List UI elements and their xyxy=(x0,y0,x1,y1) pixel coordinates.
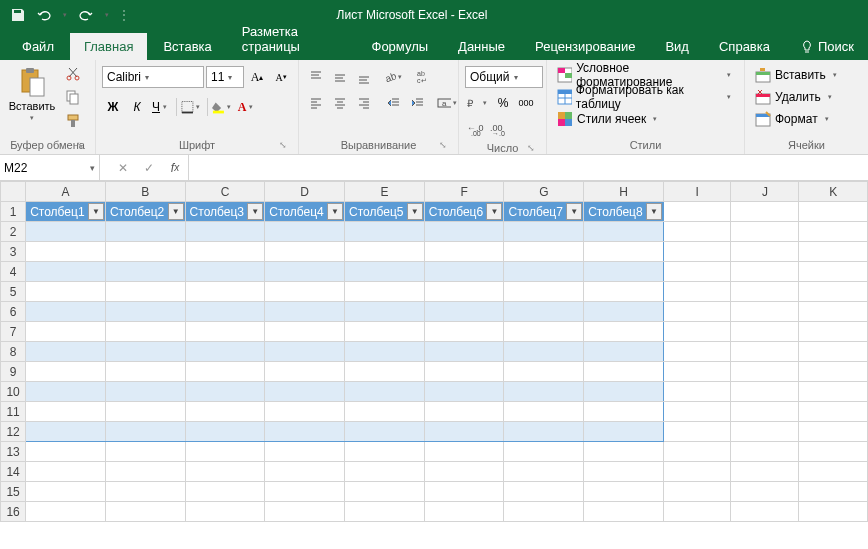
column-header[interactable]: I xyxy=(663,182,730,202)
cell[interactable] xyxy=(26,382,106,402)
cell[interactable] xyxy=(424,322,504,342)
cell[interactable] xyxy=(345,242,425,262)
border-button[interactable]: ▾ xyxy=(181,96,203,118)
cell[interactable] xyxy=(424,222,504,242)
wrap-text-button[interactable]: abc↵ xyxy=(413,66,435,88)
cell[interactable] xyxy=(345,482,425,502)
cell[interactable] xyxy=(663,342,730,362)
cell[interactable] xyxy=(105,322,185,342)
cell[interactable] xyxy=(504,282,584,302)
row-header[interactable]: 4 xyxy=(1,262,26,282)
cell[interactable] xyxy=(105,382,185,402)
decrease-font-button[interactable]: A▾ xyxy=(270,66,292,88)
cell-styles-button[interactable]: Стили ячеек▾ xyxy=(553,108,664,130)
tab-view[interactable]: Вид xyxy=(651,33,703,60)
cell[interactable] xyxy=(799,462,868,482)
qat-customize-icon[interactable]: ▾ xyxy=(102,5,112,25)
merge-center-button[interactable]: a▾ xyxy=(437,92,459,114)
decrease-indent-button[interactable] xyxy=(383,92,405,114)
cell[interactable] xyxy=(504,222,584,242)
filter-dropdown-icon[interactable]: ▼ xyxy=(566,203,582,220)
cell[interactable] xyxy=(105,282,185,302)
cell[interactable] xyxy=(663,302,730,322)
cell[interactable] xyxy=(731,382,799,402)
cell[interactable] xyxy=(185,382,265,402)
cell[interactable] xyxy=(424,462,504,482)
cell[interactable] xyxy=(105,262,185,282)
cell[interactable] xyxy=(504,502,584,522)
cell[interactable] xyxy=(504,402,584,422)
cell[interactable] xyxy=(731,242,799,262)
cell[interactable] xyxy=(504,442,584,462)
table-header-cell[interactable]: Столбец8▼ xyxy=(584,202,664,222)
column-header[interactable]: K xyxy=(799,182,868,202)
cell[interactable] xyxy=(26,462,106,482)
alignment-launcher-icon[interactable]: ⤡ xyxy=(436,138,450,152)
cell[interactable] xyxy=(105,462,185,482)
cell[interactable] xyxy=(345,322,425,342)
cell[interactable] xyxy=(345,282,425,302)
cell[interactable] xyxy=(26,222,106,242)
cell[interactable] xyxy=(26,362,106,382)
cell[interactable] xyxy=(584,242,664,262)
cell[interactable] xyxy=(265,442,345,462)
cell[interactable] xyxy=(105,502,185,522)
cell[interactable] xyxy=(185,402,265,422)
align-left-button[interactable] xyxy=(305,92,327,114)
cell[interactable] xyxy=(731,222,799,242)
row-header[interactable]: 13 xyxy=(1,442,26,462)
fill-color-button[interactable]: ▾ xyxy=(212,96,234,118)
cell[interactable] xyxy=(504,422,584,442)
cell[interactable] xyxy=(424,242,504,262)
cell[interactable] xyxy=(105,222,185,242)
cell[interactable] xyxy=(504,302,584,322)
table-header-cell[interactable]: Столбец2▼ xyxy=(105,202,185,222)
cell[interactable] xyxy=(799,222,868,242)
cell[interactable] xyxy=(26,442,106,462)
cell[interactable] xyxy=(185,482,265,502)
cell[interactable] xyxy=(345,362,425,382)
name-box-input[interactable] xyxy=(4,161,74,175)
orientation-button[interactable]: ab▾ xyxy=(383,66,405,88)
cell[interactable] xyxy=(584,502,664,522)
cell[interactable] xyxy=(345,262,425,282)
copy-button[interactable] xyxy=(62,86,84,108)
cell[interactable] xyxy=(731,262,799,282)
cell[interactable] xyxy=(345,422,425,442)
cell[interactable] xyxy=(424,422,504,442)
cell[interactable] xyxy=(345,222,425,242)
cell[interactable] xyxy=(584,422,664,442)
font-name-select[interactable]: Calibri▾ xyxy=(102,66,204,88)
cell[interactable] xyxy=(26,242,106,262)
clipboard-launcher-icon[interactable]: ⤡ xyxy=(73,138,87,152)
paste-button[interactable]: Вставить ▾ xyxy=(6,62,58,122)
cell[interactable] xyxy=(584,482,664,502)
align-right-button[interactable] xyxy=(353,92,375,114)
cell[interactable] xyxy=(424,382,504,402)
cell[interactable] xyxy=(799,342,868,362)
font-size-select[interactable]: 11▾ xyxy=(206,66,244,88)
name-box[interactable]: ▾ xyxy=(0,155,100,180)
cell[interactable] xyxy=(731,462,799,482)
cell[interactable] xyxy=(424,262,504,282)
column-header[interactable]: D xyxy=(265,182,345,202)
cell[interactable] xyxy=(799,302,868,322)
cell[interactable] xyxy=(731,482,799,502)
cell[interactable] xyxy=(265,502,345,522)
cell[interactable] xyxy=(105,302,185,322)
row-header[interactable]: 12 xyxy=(1,422,26,442)
cell[interactable] xyxy=(105,402,185,422)
tab-help[interactable]: Справка xyxy=(705,33,784,60)
cell[interactable] xyxy=(799,282,868,302)
cell[interactable] xyxy=(584,442,664,462)
undo-icon[interactable] xyxy=(34,5,54,25)
cell[interactable] xyxy=(584,322,664,342)
cell[interactable] xyxy=(663,462,730,482)
cell[interactable] xyxy=(265,402,345,422)
cell[interactable] xyxy=(265,342,345,362)
tab-data[interactable]: Данные xyxy=(444,33,519,60)
tab-home[interactable]: Главная xyxy=(70,33,147,60)
cell[interactable] xyxy=(26,342,106,362)
filter-dropdown-icon[interactable]: ▼ xyxy=(407,203,423,220)
font-launcher-icon[interactable]: ⤡ xyxy=(276,138,290,152)
